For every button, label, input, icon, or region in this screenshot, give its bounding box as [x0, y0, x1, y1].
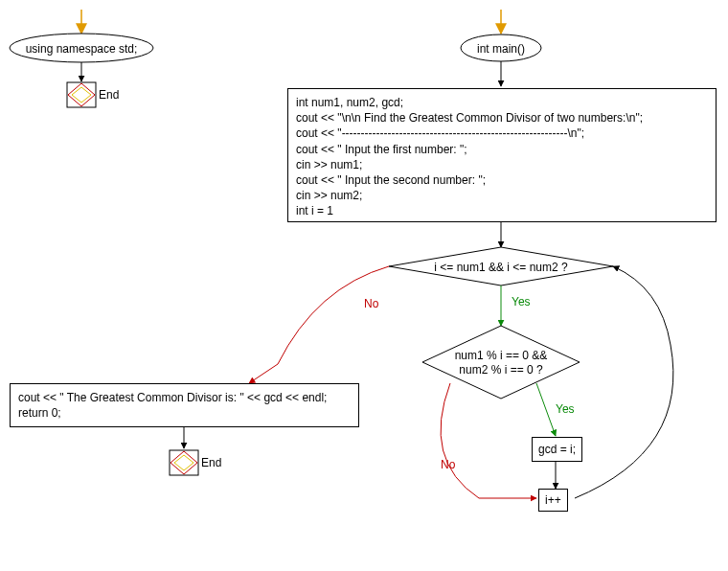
end-symbol-bottom — [170, 450, 198, 475]
output-l1: cout << " The Greatest Common Divisor is… — [18, 390, 351, 405]
init-l4: cout << " Input the first number: "; — [296, 142, 708, 157]
inner-no-label: No — [441, 458, 455, 471]
decision-outer-text: i <= num1 && i <= num2 ? — [421, 261, 580, 275]
output-l2: return 0; — [18, 405, 351, 421]
init-l2: cout << "\n\n Find the Greatest Common D… — [296, 110, 708, 126]
main-node: int main() — [472, 42, 530, 57]
decision-inner-text: num1 % i == 0 && num2 % i == 0 ? — [439, 349, 563, 377]
init-l1: int num1, num2, gcd; — [296, 95, 708, 110]
namespace-node: using namespace std; — [24, 42, 139, 57]
init-l3: cout << "-------------------------------… — [296, 126, 708, 141]
init-l5: cin >> num1; — [296, 157, 708, 172]
init-l7: cin >> num2; — [296, 188, 708, 203]
outer-no-label: No — [364, 297, 378, 310]
init-l6: cout << " Input the second number: "; — [296, 172, 708, 188]
end-label-left: End — [99, 88, 119, 102]
end-symbol-left — [67, 82, 96, 107]
end-label-bottom: End — [201, 456, 221, 469]
increment-box: i++ — [538, 489, 568, 512]
init-l8: int i = 1 — [296, 203, 708, 218]
assign-gcd-box: gcd = i; — [532, 437, 582, 462]
inner-yes-label: Yes — [556, 402, 575, 416]
output-block: cout << " The Greatest Common Divisor is… — [10, 383, 359, 427]
init-block: int num1, num2, gcd; cout << "\n\n Find … — [287, 88, 717, 222]
svg-line-11 — [536, 383, 556, 436]
outer-yes-label: Yes — [512, 295, 531, 308]
